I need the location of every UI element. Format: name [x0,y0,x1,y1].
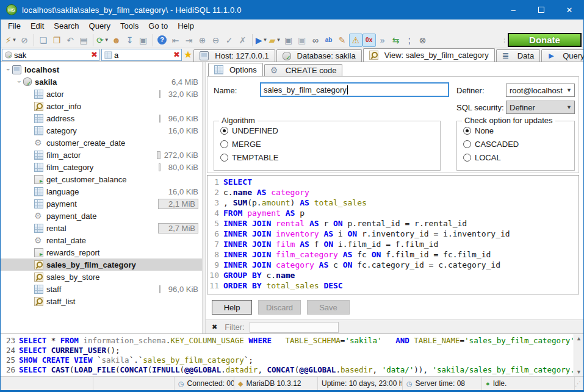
clear-filter-icon[interactable]: ✖ [91,50,98,59]
tree-item-sales_by_store[interactable]: sales_by_store [1,271,202,283]
view-sql-editor[interactable]: 1SELECT2c.name AS category3, SUM(p.amoun… [207,175,579,294]
dropdown-arrow-icon[interactable]: ▼ [263,37,268,43]
cancel-edit-button[interactable]: ✗ [236,34,250,47]
find-text-button[interactable]: ∞ [309,34,322,47]
tree-item-localhost[interactable]: ›localhost [1,63,202,76]
reconnect-button[interactable]: ⇆ [389,34,403,47]
tree-item-sakila[interactable]: ›sakila6,4 MiB [1,76,202,88]
tree-item-actor_info[interactable]: actor_info [1,100,202,112]
insert-row-button[interactable]: ⊕ [196,34,209,47]
column-filter-input[interactable] [114,51,170,60]
tree-item-payment[interactable]: payment2,1 MiB [1,198,202,210]
tab-options[interactable]: Options [208,63,263,76]
menu-search[interactable]: Search [49,20,84,32]
radio-button-icon[interactable] [463,127,471,135]
tree-item-rewards_report[interactable]: rewards_report [1,246,202,258]
maximize-button[interactable] [527,0,555,20]
tree-item-film_category[interactable]: film_category80,0 KiB [1,161,202,173]
radio-local[interactable]: LOCAL [463,153,501,162]
menu-tools[interactable]: Tools [115,20,143,32]
tree-item-staff_list[interactable]: staff_list [1,295,202,307]
delete-row-button[interactable]: ⊖ [209,34,223,47]
delimiter-button[interactable]: ; [403,34,416,47]
tree-item-staff[interactable]: staff96,0 KiB [1,283,202,295]
cancel-query-button[interactable]: ⊗ [416,34,430,47]
radio-button-icon[interactable] [220,127,228,135]
definer-select[interactable]: root@localhost ▼ [506,84,575,97]
scroll-up-icon[interactable]: ▲ [574,335,583,341]
first-record-button[interactable]: ⇤ [169,34,182,47]
send-next-button[interactable]: » [376,34,389,47]
user-manager-button[interactable]: ☻ [110,34,123,47]
help-button[interactable]: ? [156,34,169,47]
favorites-star-icon[interactable]: ★ [184,50,192,60]
filter-input[interactable] [250,322,339,333]
tree-item-actor[interactable]: actor32,0 KiB [1,88,202,100]
replace-text-button[interactable]: ab [322,34,336,47]
dropdown-arrow-icon[interactable]: ▼ [104,37,109,43]
close-filter-icon[interactable]: ✖ [206,323,225,331]
tab-database[interactable]: Database: sakila [276,49,362,62]
log-scrollbar[interactable]: ▲ ▼ [574,334,583,376]
menu-help[interactable]: Help [173,20,199,32]
radio-button-icon[interactable] [463,154,471,162]
save-sql-button[interactable]: ▣ [282,34,295,47]
tree-item-language[interactable]: language16,0 KiB [1,185,202,198]
minimize-button[interactable]: – [499,0,527,20]
save-grid-button[interactable]: ▣ [137,34,150,47]
post-changes-button[interactable]: ✓ [223,34,236,47]
menu-edit[interactable]: Edit [26,20,49,32]
copy-button[interactable]: ❏ [37,34,50,47]
scroll-down-icon[interactable]: ▼ [574,369,583,375]
clear-filter-icon[interactable]: ✖ [173,50,180,59]
dropdown-arrow-icon[interactable]: ▼ [12,37,16,43]
tab-query[interactable]: Query [541,49,584,62]
view-name-input[interactable]: sales_by_film_category [260,82,449,97]
tree-item-address[interactable]: address96,0 KiB [1,112,202,124]
open-sql-file-button[interactable]: ▰▼ [269,34,282,47]
expander-icon[interactable]: › [5,66,12,74]
tab-view[interactable]: View: sales_by_film_category [363,48,495,62]
radio-cascaded[interactable]: CASCADED [463,140,519,149]
session-manager-button[interactable]: ⚡▼ [4,34,18,47]
expander-icon[interactable]: › [16,78,23,86]
tree-item-customer_create_date[interactable]: customer_create_date [1,137,202,149]
stop-on-errors-button[interactable]: ⚠ [349,34,362,47]
donate-button[interactable]: Donate [508,33,582,47]
table-filter-input[interactable] [14,51,88,60]
tree-item-get_customer_balance[interactable]: get_customer_balance [1,173,202,185]
radio-undefined[interactable]: UNDEFINED [220,126,278,135]
disconnect-button[interactable]: ⊘ [18,34,31,47]
radio-button-icon[interactable] [220,154,228,162]
undo-button[interactable]: ↶ [63,34,77,47]
tree-item-category[interactable]: category16,0 KiB [1,124,202,137]
tree-item-rental_date[interactable]: rental_date [1,234,202,246]
radio-none[interactable]: None [463,126,494,135]
tab-create-code[interactable]: CREATE code [264,64,343,76]
radio-merge[interactable]: MERGE [220,140,261,149]
reformat-sql-button[interactable]: ✎ [336,34,349,47]
tree-item-rental[interactable]: rental2,7 MiB [1,222,202,234]
last-record-button[interactable]: ⇥ [182,34,196,47]
menu-file[interactable]: File [3,20,26,32]
paste-button[interactable]: ❐ [50,34,63,47]
dropdown-arrow-icon[interactable]: ▼ [276,37,281,43]
export-button[interactable]: ↧ [123,34,137,47]
close-button[interactable]: ✕ [555,0,583,20]
execute-query-button[interactable]: ▶▼ [255,34,269,47]
radio-temptable[interactable]: TEMPTABLE [220,153,278,162]
refresh-button[interactable]: ⟳▼ [96,34,110,47]
tree-item-payment_date[interactable]: payment_date [1,210,202,222]
print-button[interactable]: ▤ [77,34,90,47]
menu-go-to[interactable]: Go to [143,20,173,32]
sql-security-select[interactable]: Definer ▼ [506,101,575,114]
bind-params-button[interactable]: 0x [362,34,376,47]
tree-item-sales_by_film_category[interactable]: sales_by_film_category [1,258,202,271]
help-button[interactable]: Help [212,300,252,315]
menu-query[interactable]: Query [84,20,115,32]
save-sql-as-button[interactable]: ▣ [295,34,309,47]
radio-button-icon[interactable] [220,140,228,148]
radio-button-icon[interactable] [463,140,471,148]
tree-item-film_actor[interactable]: film_actor272,0 KiB [1,149,202,161]
tab-host[interactable]: Host: 127.0.0.1 [193,49,275,62]
